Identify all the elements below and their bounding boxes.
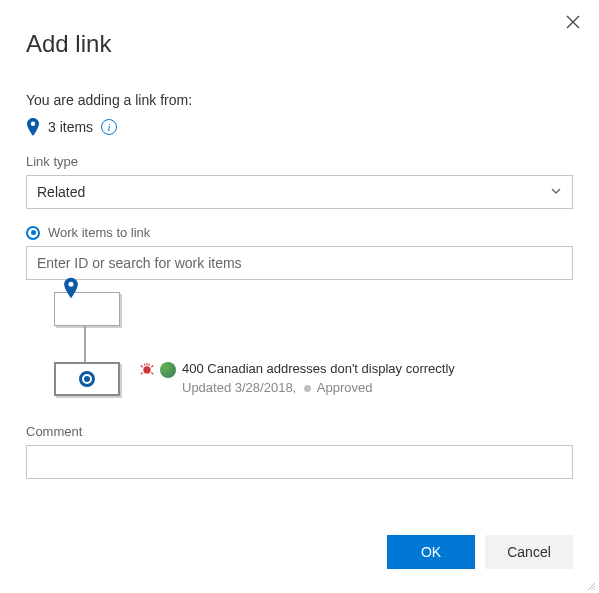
target-icon (79, 371, 95, 387)
svg-point-1 (68, 282, 73, 287)
comment-input[interactable] (26, 445, 573, 479)
diagram-target-box (54, 362, 120, 396)
target-icon (26, 226, 40, 240)
diagram-connector (84, 326, 86, 362)
linked-item-subtitle: Updated 3/28/2018, Approved (182, 379, 455, 397)
comment-label: Comment (26, 424, 573, 439)
work-items-label: Work items to link (48, 225, 150, 240)
chevron-down-icon (550, 184, 562, 200)
link-type-select[interactable]: Related (26, 175, 573, 209)
link-type-value: Related (37, 184, 85, 200)
bug-icon (140, 362, 154, 378)
info-icon[interactable]: i (101, 119, 117, 135)
linked-item-title: 400 Canadian addresses don't display cor… (182, 360, 455, 378)
link-type-label: Link type (26, 154, 573, 169)
avatar (160, 362, 176, 378)
linked-item-row[interactable]: 400 Canadian addresses don't display cor… (140, 360, 455, 396)
pin-icon (63, 277, 79, 302)
work-items-placeholder: Enter ID or search for work items (37, 255, 242, 271)
items-count: 3 items (48, 119, 93, 135)
state-dot-icon (304, 385, 311, 392)
close-button[interactable] (565, 14, 583, 32)
ok-button[interactable]: OK (387, 535, 475, 569)
svg-point-2 (143, 366, 150, 373)
work-items-search-input[interactable]: Enter ID or search for work items (26, 246, 573, 280)
dialog-title: Add link (26, 30, 573, 58)
link-diagram (30, 288, 130, 398)
diagram-source-box (54, 292, 120, 326)
cancel-button[interactable]: Cancel (485, 535, 573, 569)
pin-icon (26, 118, 40, 136)
resize-handle[interactable] (584, 578, 596, 590)
intro-text: You are adding a link from: (26, 92, 573, 108)
svg-point-0 (31, 122, 35, 126)
